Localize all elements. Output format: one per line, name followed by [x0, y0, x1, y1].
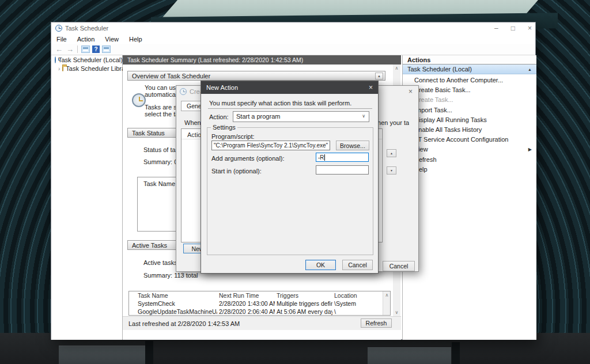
- overview-clock-icon: [132, 93, 146, 107]
- tree-item-label: Task Scheduler (Local): [58, 56, 123, 63]
- action-item-at-service[interactable]: AT Service Account Configuration: [403, 135, 536, 145]
- tree-expander-icon[interactable]: ›: [58, 66, 60, 72]
- toolbar-separator: [77, 46, 78, 53]
- browse-button[interactable]: Browse...: [336, 141, 369, 150]
- wallpaper-post-right: [452, 342, 460, 364]
- action-item-display-running[interactable]: Display All Running Tasks: [403, 115, 536, 125]
- table-cell: 2/28/2020 2:06:40 AM: [219, 308, 275, 315]
- close-button[interactable]: ×: [528, 24, 532, 32]
- wallpaper-stone-left: [59, 346, 152, 364]
- scroll-up-icon[interactable]: ∧: [393, 65, 400, 72]
- task-status-title: Task Status: [132, 130, 165, 136]
- action-type-value: Start a program: [236, 113, 280, 120]
- collapse-section-icon[interactable]: ▲: [375, 73, 383, 79]
- program-script-label: Program/script:: [211, 133, 255, 140]
- desktop: Task Scheduler – □ × File Action View He…: [0, 0, 590, 364]
- table-scrollbar[interactable]: ∧: [383, 291, 390, 315]
- summary-statusbar: Last refreshed at 2/28/2020 1:42:53 AM R…: [123, 316, 401, 330]
- action-item-create-task[interactable]: Create Task...: [403, 95, 536, 105]
- help-icon[interactable]: ?: [92, 46, 100, 53]
- actions-group-label: Task Scheduler (Local): [407, 66, 472, 73]
- refresh-button[interactable]: Refresh: [361, 318, 392, 328]
- action-item-view[interactable]: View ▶: [403, 145, 536, 154]
- menu-bar: File Action View Help: [51, 34, 535, 44]
- start-in-label: Start in (optional):: [211, 168, 262, 175]
- scroll-up-icon[interactable]: ∧: [383, 291, 391, 299]
- wallpaper-stone-right: [368, 347, 451, 364]
- tree-item-task-scheduler-library[interactable]: › Task Scheduler Library: [51, 64, 122, 73]
- action-item-help[interactable]: Help: [403, 165, 536, 175]
- table-cell: \System: [334, 300, 380, 307]
- new-action-dialog: New Action × You must specify what actio…: [201, 81, 379, 274]
- action-item-enable-history[interactable]: Enable All Tasks History: [403, 125, 536, 135]
- start-in-input[interactable]: [316, 165, 369, 175]
- column-header[interactable]: Triggers: [277, 292, 332, 299]
- flyout-right-icon: ▶: [528, 147, 532, 152]
- maximize-button[interactable]: □: [511, 24, 515, 32]
- menu-action[interactable]: Action: [72, 36, 100, 43]
- table-cell: 2/28/2020 1:43:00 AM: [219, 300, 275, 307]
- action-item-create-basic-task[interactable]: Create Basic Task...: [403, 85, 536, 95]
- actions-pane: Actions Task Scheduler (Local) ▲ Connect…: [402, 55, 536, 340]
- collapse-group-icon[interactable]: ▲: [528, 67, 532, 71]
- show-action-pane-icon[interactable]: [102, 46, 111, 53]
- add-arguments-label: Add arguments (optional):: [211, 155, 285, 162]
- settings-group-label: Settings: [211, 124, 237, 131]
- minimize-button[interactable]: –: [494, 24, 498, 32]
- new-action-title: New Action: [206, 84, 238, 91]
- tree-item-task-scheduler-local[interactable]: Task Scheduler (Local): [51, 55, 122, 64]
- table-cell: At 5:06 AM every day - ...: [277, 308, 332, 315]
- close-icon[interactable]: ×: [369, 84, 373, 92]
- overview-section-bar[interactable]: Overview of Task Scheduler ▲: [127, 71, 385, 81]
- last-refreshed-text: Last refreshed at 2/28/2020 1:42:53 AM: [128, 320, 240, 327]
- create-task-icon: [180, 88, 187, 95]
- move-down-button[interactable]: ▼: [387, 166, 396, 175]
- new-action-titlebar[interactable]: New Action ×: [201, 81, 378, 94]
- overview-section-title: Overview of Task Scheduler: [132, 73, 210, 79]
- action-item-refresh[interactable]: Refresh: [403, 155, 536, 165]
- action-item-import-task[interactable]: Import Task...: [403, 105, 536, 115]
- clock-icon: [55, 56, 56, 63]
- folder-icon: [62, 66, 63, 71]
- chevron-down-icon: ∨: [362, 113, 365, 119]
- active-tasks-list[interactable]: Task Name Next Run Time Triggers Locatio…: [128, 291, 391, 316]
- window-title: Task Scheduler: [65, 25, 108, 32]
- cancel-button[interactable]: Cancel: [342, 260, 373, 270]
- divider: [208, 108, 372, 109]
- toolbar: ← → ?: [51, 44, 535, 55]
- summary-pane-header: Task Scheduler Summary (Last refreshed: …: [123, 55, 401, 65]
- text-caret: [324, 154, 325, 161]
- back-arrow-icon[interactable]: ←: [55, 45, 63, 54]
- move-up-button[interactable]: ▲: [387, 149, 396, 157]
- table-cell: GoogleUpdateTaskMachineUA: [138, 308, 217, 315]
- add-arguments-value: -R: [318, 154, 324, 161]
- forward-arrow-icon[interactable]: →: [66, 45, 74, 54]
- menu-view[interactable]: View: [100, 36, 124, 43]
- table-cell: SystemCheck: [138, 300, 217, 307]
- show-console-tree-icon[interactable]: [81, 46, 90, 53]
- table-cell: Multiple triggers defined: [277, 300, 332, 307]
- close-icon[interactable]: ×: [409, 88, 413, 96]
- menu-help[interactable]: Help: [124, 36, 148, 43]
- actions-group-task-scheduler-local[interactable]: Task Scheduler (Local) ▲: [403, 65, 536, 74]
- add-arguments-input[interactable]: -R: [316, 153, 369, 162]
- scroll-down-icon[interactable]: ∨: [393, 309, 400, 316]
- task-scheduler-app-icon: [55, 25, 62, 32]
- ok-button[interactable]: OK: [305, 260, 336, 270]
- active-tasks-title: Active Tasks: [132, 242, 167, 249]
- console-tree: Task Scheduler (Local) › Task Scheduler …: [51, 55, 123, 340]
- window-titlebar[interactable]: Task Scheduler – □ ×: [51, 22, 535, 34]
- column-header[interactable]: Task Name: [138, 292, 217, 299]
- create-task-cancel-button[interactable]: Cancel: [383, 261, 415, 271]
- column-header[interactable]: Next Run Time: [219, 292, 275, 299]
- column-header[interactable]: Location: [334, 292, 380, 299]
- wallpaper-post-left: [145, 341, 153, 364]
- menu-file[interactable]: File: [51, 36, 72, 43]
- actions-pane-header: Actions: [403, 55, 536, 65]
- action-item-connect[interactable]: Connect to Another Computer...: [403, 75, 536, 85]
- tree-item-label: Task Scheduler Library: [66, 65, 130, 72]
- action-type-select[interactable]: Start a program ∨: [233, 111, 369, 122]
- table-cell: \: [334, 308, 380, 315]
- action-label: Action:: [209, 113, 229, 120]
- program-script-input[interactable]: "C:\Program Files\SyncToy 2.1\SyncToy.ex…: [211, 141, 330, 150]
